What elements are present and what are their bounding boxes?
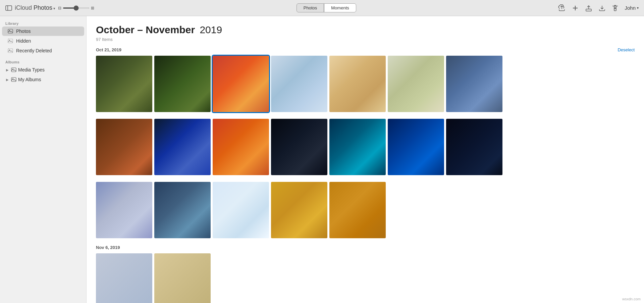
- main-layout: Library Photos Hidden: [0, 16, 644, 303]
- user-chevron-icon: ▾: [637, 6, 639, 10]
- photo-thumb[interactable]: [213, 182, 269, 238]
- download-btn[interactable]: [598, 4, 606, 12]
- photo-grid-oct21: [96, 56, 635, 112]
- topbar-right: John ▾: [558, 4, 639, 12]
- photo-thumb[interactable]: [329, 182, 386, 238]
- view-toggle: Photos Moments: [297, 3, 356, 12]
- media-types-label: Media Types: [18, 67, 45, 72]
- sidebar-item-photos[interactable]: Photos: [2, 27, 84, 36]
- photo-thumb[interactable]: [213, 56, 269, 112]
- svg-rect-15: [11, 78, 16, 82]
- my-albums-expand[interactable]: ▶ My Albums: [2, 75, 84, 84]
- date-row-nov6: Nov 6, 2019: [96, 245, 635, 250]
- photo-thumb[interactable]: [388, 119, 444, 175]
- photo-thumb[interactable]: [154, 253, 211, 303]
- title-year: 2019: [200, 24, 222, 35]
- photo-thumb[interactable]: [446, 119, 502, 175]
- photo-thumb[interactable]: [154, 182, 211, 238]
- app-logo: iCloud Photos▾: [15, 4, 55, 11]
- svg-rect-7: [8, 29, 13, 33]
- albums-section-label: Albums: [0, 59, 86, 65]
- sidebar-item-recently-deleted-label: Recently Deleted: [16, 48, 52, 53]
- add-btn[interactable]: [572, 4, 579, 12]
- svg-rect-0: [6, 6, 12, 10]
- photo-grid-row2: [96, 119, 635, 175]
- zoom-slider-container: ⊟ ⊞: [58, 6, 94, 10]
- topbar: iCloud Photos▾ ⊟ ⊞ Photos Moments: [0, 0, 644, 16]
- svg-rect-13: [11, 68, 16, 72]
- photo-thumb[interactable]: [271, 182, 327, 238]
- content-area: October – November 2019 97 Items Oct 21,…: [87, 16, 644, 303]
- date-section-row2: [96, 119, 635, 175]
- svg-rect-4: [586, 9, 591, 11]
- media-types-icon: [11, 67, 17, 73]
- photo-thumb[interactable]: [96, 182, 152, 238]
- sidebar-item-recently-deleted[interactable]: Recently Deleted: [2, 46, 84, 55]
- photo-grid-row3: [96, 182, 635, 238]
- photo-thumb[interactable]: [271, 56, 327, 112]
- zoom-in-icon: ⊞: [91, 6, 94, 10]
- item-count: 97 Items: [96, 37, 635, 42]
- my-albums-icon: [11, 77, 17, 83]
- photo-thumb[interactable]: [96, 253, 152, 303]
- watermark: wsxdn.com: [622, 297, 641, 301]
- sidebar-item-hidden[interactable]: Hidden: [2, 36, 84, 46]
- photo-thumb[interactable]: [213, 119, 269, 175]
- title-month-range: October – November: [96, 24, 195, 35]
- topbar-left: iCloud Photos▾ ⊟ ⊞: [5, 4, 94, 11]
- upload-to-icloud-btn[interactable]: [558, 4, 566, 12]
- sidebar-item-hidden-label: Hidden: [16, 38, 31, 44]
- date-section-row3: [96, 182, 635, 238]
- zoom-slider[interactable]: [63, 7, 90, 9]
- sidebar-toggle-btn[interactable]: [5, 5, 12, 11]
- my-albums-label: My Albums: [18, 77, 41, 82]
- svg-rect-11: [8, 49, 13, 53]
- media-types-expand[interactable]: ▶ Media Types: [2, 65, 84, 74]
- photo-thumb[interactable]: [154, 119, 211, 175]
- photos-view-btn[interactable]: Photos: [297, 3, 324, 12]
- my-albums-chevron-icon: ▶: [6, 78, 9, 82]
- deselect-btn[interactable]: Deselect: [618, 47, 635, 52]
- photo-thumb[interactable]: [96, 56, 152, 112]
- user-name: John: [625, 5, 636, 11]
- photo-thumb[interactable]: [154, 56, 211, 112]
- photos-icon: [7, 28, 13, 34]
- photo-grid-nov6: [96, 253, 635, 303]
- photo-thumb[interactable]: [96, 119, 152, 175]
- user-menu-btn[interactable]: John ▾: [625, 5, 639, 11]
- hidden-icon: [7, 38, 13, 44]
- page-title: October – November 2019: [96, 24, 635, 36]
- photo-thumb[interactable]: [446, 56, 502, 112]
- share-btn[interactable]: [585, 4, 592, 12]
- content-header: October – November 2019 97 Items: [96, 24, 635, 42]
- svg-rect-9: [8, 39, 13, 43]
- date-label-oct21: Oct 21, 2019: [96, 47, 121, 52]
- photo-thumb[interactable]: [329, 119, 386, 175]
- moments-view-btn[interactable]: Moments: [324, 3, 356, 12]
- zoom-out-icon: ⊟: [58, 6, 61, 10]
- library-section-label: Library: [0, 20, 86, 26]
- sidebar-item-photos-label: Photos: [16, 29, 31, 34]
- date-label-nov6: Nov 6, 2019: [96, 245, 120, 250]
- date-section-oct21: Oct 21, 2019 Deselect: [96, 47, 635, 112]
- recently-deleted-icon: [7, 48, 13, 54]
- media-types-chevron-icon: ▶: [6, 68, 9, 72]
- date-section-nov6: Nov 6, 2019: [96, 245, 635, 303]
- photo-thumb[interactable]: [329, 56, 386, 112]
- photo-thumb[interactable]: [388, 56, 444, 112]
- photo-thumb[interactable]: [271, 119, 327, 175]
- sidebar: Library Photos Hidden: [0, 16, 87, 303]
- delete-btn[interactable]: [612, 4, 619, 12]
- date-row-oct21: Oct 21, 2019 Deselect: [96, 47, 635, 52]
